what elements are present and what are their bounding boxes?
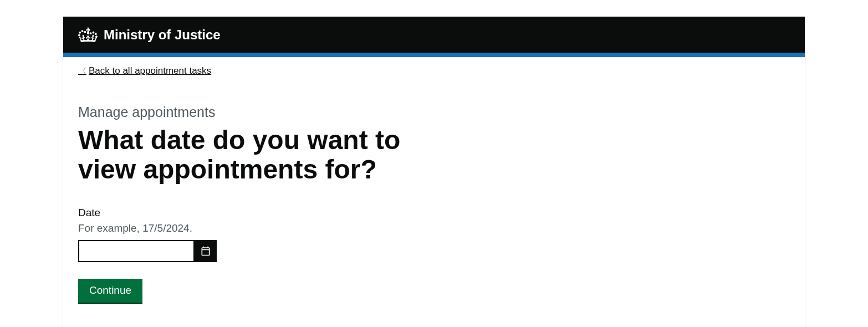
date-label: Date	[78, 207, 451, 219]
back-link[interactable]: 〈 Back to all appointment tasks	[78, 65, 211, 76]
header-blue-bar	[63, 53, 805, 57]
date-form-group: Date For example, 17/5/2024.	[78, 207, 451, 262]
header-logo[interactable]: Ministry of Justice	[78, 26, 221, 44]
page-title: What date do you want to view appointmen…	[78, 126, 451, 185]
back-link-label: Back to all appointment tasks	[89, 65, 211, 76]
crown-icon	[78, 26, 98, 44]
calendar-icon	[200, 246, 211, 257]
main-content: Manage appointments What date do you wan…	[63, 104, 451, 303]
chevron-left-icon: 〈	[78, 66, 86, 76]
page-caption: Manage appointments	[78, 104, 451, 120]
header-banner: Ministry of Justice	[63, 17, 805, 53]
calendar-picker-button[interactable]	[195, 240, 217, 262]
org-name: Ministry of Justice	[104, 27, 221, 43]
continue-button[interactable]: Continue	[78, 279, 142, 303]
date-hint: For example, 17/5/2024.	[78, 222, 451, 234]
date-input[interactable]	[78, 240, 195, 262]
